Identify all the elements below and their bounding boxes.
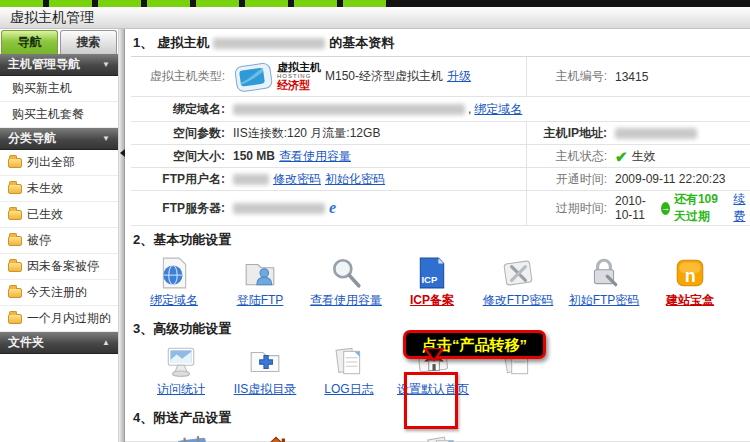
redacted-domain xyxy=(233,104,465,115)
tab-search[interactable]: 搜索 xyxy=(60,30,117,54)
space-size-value: 150 MB xyxy=(233,149,275,163)
fn-website-builder[interactable]: n 建站宝盒 xyxy=(647,256,733,309)
folder-plus-icon xyxy=(248,345,282,379)
expire-date-value: 2010-10-11 xyxy=(615,194,657,222)
host-id-value: 13415 xyxy=(613,70,750,84)
tab-navigation[interactable]: 导航 xyxy=(1,30,58,54)
host-status-label: 主机状态: xyxy=(527,148,613,165)
view-usage-link[interactable]: 查看使用容量 xyxy=(279,148,351,165)
fn-bind-domain[interactable]: 绑定域名 xyxy=(131,256,217,309)
bonus-products-row: 123 计数器 企业邮局管理 xyxy=(131,430,750,442)
upgrade-link[interactable]: 升级 xyxy=(447,68,471,85)
monitor-icon xyxy=(164,345,198,379)
host-id-label: 主机编号: xyxy=(527,68,613,85)
sidebar-item-expiring-in-month[interactable]: 一个月内过期的 xyxy=(0,306,118,332)
folder-icon xyxy=(8,288,22,298)
renew-link[interactable]: 续费 xyxy=(733,191,750,225)
globe-page-icon xyxy=(157,256,191,290)
sidebar-item-stopped[interactable]: 被停 xyxy=(0,228,118,254)
init-password-link[interactable]: 初始化密码 xyxy=(325,171,385,188)
expire-time-label: 过期时间: xyxy=(527,200,613,217)
host-info-table: 虚拟主机类型: 虚拟主机 xyxy=(131,56,750,226)
folder-icon xyxy=(8,210,22,220)
section2-heading: 2、基本功能设置 xyxy=(131,226,750,252)
sidebar-item-active[interactable]: 已生效 xyxy=(0,202,118,228)
folder-user-icon xyxy=(243,256,277,290)
documents-icon xyxy=(424,434,460,442)
highlight-rectangle xyxy=(404,372,458,429)
sidebar-group-category-nav[interactable]: 分类导航 ▼ xyxy=(0,128,118,150)
redacted-host-name xyxy=(213,38,325,49)
sidebar-item-buy-host-package[interactable]: 购买主机套餐 xyxy=(0,102,118,128)
arrow-circle-icon: → xyxy=(661,202,670,215)
icp-document-icon: ICP xyxy=(415,256,449,290)
change-password-link[interactable]: 修改密码 xyxy=(273,171,321,188)
sidebar-item-stopped-no-icp[interactable]: 因未备案被停 xyxy=(0,254,118,280)
host-ip-label: 主机IP地址: xyxy=(527,125,613,142)
fn-enterprise-mail[interactable]: 企业邮局管理 xyxy=(234,434,317,442)
lock-icon xyxy=(587,256,621,290)
open-time-value: 2009-09-11 22:20:23 xyxy=(613,172,750,186)
magnifier-icon xyxy=(329,256,363,290)
folder-globe-icon xyxy=(341,434,377,442)
sidebar-group-folders[interactable]: 文件夹 ▲ xyxy=(0,332,118,354)
section1-heading: 1、虚拟主机 的基本资料 xyxy=(131,32,750,56)
fn-database-management[interactable]: 数据库管理 xyxy=(317,434,400,442)
top-menu-strip xyxy=(0,0,750,7)
menu-tabs-cutoff xyxy=(0,0,392,7)
sidebar: 导航 搜索 主机管理导航 ▼ 购买新主机 购买主机套餐 分类导航 ▼ 列出全部 xyxy=(0,29,118,442)
sidebar-splitter[interactable] xyxy=(118,29,125,442)
host-type-value: M150-经济型虚拟主机 xyxy=(325,68,443,85)
ftp-user-label: FTP用户名: xyxy=(131,171,233,188)
virtual-host-manager-window: 虚拟主机管理 导航 搜索 主机管理导航 ▼ 购买新主机 购买主机套餐 分类导航 … xyxy=(0,0,750,442)
sidebar-item-list-all[interactable]: 列出全部 xyxy=(0,150,118,176)
basic-functions-row: 绑定域名 登陆FTP 查看使用容量 xyxy=(131,252,750,315)
chevron-down-icon: ▼ xyxy=(102,60,110,69)
tutorial-callout: 点击“产品转移” xyxy=(403,330,546,359)
redacted-ftp-user xyxy=(233,174,269,185)
hosting-logo-icon: 虚拟主机 HOSTING 经济型 xyxy=(233,60,321,94)
space-params-value: IIS连接数:120 月流量:12GB xyxy=(233,122,527,144)
chevron-up-icon: ▲ xyxy=(102,338,110,347)
folder-icon xyxy=(8,262,22,272)
chevron-down-icon: ▼ xyxy=(102,134,110,143)
house-icon xyxy=(258,434,294,442)
fn-counter[interactable]: 123 计数器 xyxy=(151,434,234,442)
fn-icp-filing[interactable]: ICP ICP备案 xyxy=(389,256,475,309)
svg-text:ICP: ICP xyxy=(421,274,438,285)
sidebar-item-buy-new-host[interactable]: 购买新主机 xyxy=(0,76,118,102)
redacted-ip xyxy=(615,128,697,139)
fn-iis-virtual-directory[interactable]: IIS虚拟目录 xyxy=(223,345,307,398)
expire-remaining: 还有109天过期 xyxy=(674,191,729,225)
fn-init-ftp-password[interactable]: 初始FTP密码 xyxy=(561,256,647,309)
redacted-ftp-server xyxy=(233,203,325,214)
fn-visit-stats[interactable]: 访问统计 xyxy=(139,345,223,398)
folder-icon xyxy=(8,184,22,194)
folder-icon xyxy=(8,314,22,324)
open-time-label: 开通时间: xyxy=(527,171,613,188)
bind-domain-link[interactable]: 绑定域名 xyxy=(474,101,522,118)
fn-login-ftp[interactable]: 登陆FTP xyxy=(217,256,303,309)
svg-text:n: n xyxy=(685,266,696,286)
sidebar-item-not-active[interactable]: 未生效 xyxy=(0,176,118,202)
fn-view-usage[interactable]: 查看使用容量 xyxy=(303,256,389,309)
nicebox-icon: n xyxy=(673,256,707,290)
host-type-label: 虚拟主机类型: xyxy=(131,68,233,85)
host-status-value: 生效 xyxy=(632,148,656,165)
ftp-server-label: FTP服务器: xyxy=(131,200,233,217)
sidebar-item-registered-today[interactable]: 今天注册的 xyxy=(0,280,118,306)
page-title: 虚拟主机管理 xyxy=(0,7,750,29)
ie-browser-icon[interactable]: e xyxy=(329,200,336,216)
fn-change-ftp-password[interactable]: 修改FTP密码 xyxy=(475,256,561,309)
fn-log[interactable]: LOG日志 xyxy=(307,345,391,398)
documents-icon xyxy=(332,345,366,379)
sidebar-group-host-management[interactable]: 主机管理导航 ▼ xyxy=(0,54,118,76)
tools-icon xyxy=(501,256,535,290)
domain-label: 绑定域名: xyxy=(131,101,233,118)
calendar-123-icon: 123 xyxy=(175,434,211,442)
space-params-label: 空间参数: xyxy=(131,125,233,142)
folder-icon xyxy=(8,236,22,246)
fn-product-transfer[interactable]: 产品转移 xyxy=(400,434,483,442)
folder-icon xyxy=(8,158,22,168)
check-icon: ✔ xyxy=(615,149,628,164)
